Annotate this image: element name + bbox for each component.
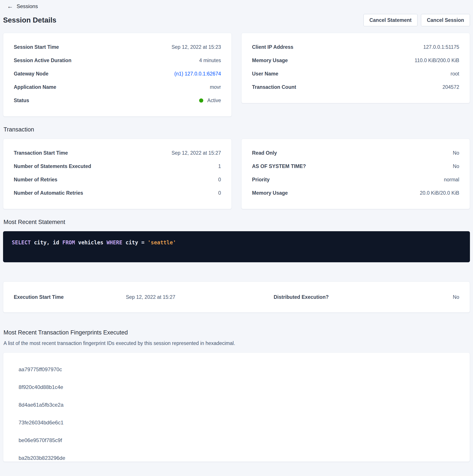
- row-transaction-start-time: Transaction Start TimeSep 12, 2022 at 15…: [14, 146, 221, 160]
- row-value: 4 minutes: [199, 58, 221, 63]
- fingerprint-item: 73fe26034bd6e6c1: [18, 414, 459, 431]
- row-gateway-node: Gateway Node(n1) 127.0.0.1:62674: [14, 67, 221, 81]
- execution-start-time-value: Sep 12, 2022 at 15:27: [64, 294, 236, 300]
- row-value: 110.0 KiB/200.0 KiB: [415, 58, 459, 63]
- row-priority: Prioritynormal: [252, 173, 459, 186]
- sql-statement-box: SELECT city, id FROM vehicles WHERE city…: [3, 231, 470, 262]
- row-label: Client IP Address: [252, 44, 293, 50]
- row-label: Number of Retries: [14, 177, 57, 183]
- cancel-statement-button[interactable]: Cancel Statement: [363, 14, 418, 26]
- row-value: Sep 12, 2022 at 15:23: [172, 44, 221, 50]
- row-value: 1: [218, 163, 221, 169]
- row-label: Status: [14, 98, 29, 103]
- fingerprint-item: 8d4ae61a5fb3ce2a: [18, 396, 459, 414]
- fingerprint-item: ba2b203b823296de: [18, 449, 459, 467]
- distributed-execution-item: Distributed Execution? No: [236, 294, 459, 300]
- row-label: Priority: [252, 177, 270, 183]
- row-value: Sep 12, 2022 at 15:27: [172, 150, 221, 156]
- breadcrumb: ← Sessions: [3, 2, 470, 11]
- session-client-card: Client IP Address127.0.0.1:51175Memory U…: [241, 33, 470, 103]
- row-label: Gateway Node: [14, 71, 49, 77]
- row-label: Memory Usage: [252, 190, 288, 196]
- sql-token-keyword: SELECT: [12, 239, 31, 246]
- distributed-execution-value: No: [329, 294, 459, 300]
- row-client-ip-address: Client IP Address127.0.0.1:51175: [252, 40, 459, 54]
- sql-token-plain: city =: [122, 239, 148, 246]
- session-details-card: Session Start TimeSep 12, 2022 at 15:23S…: [3, 33, 232, 117]
- row-label: Transaction Start Time: [14, 150, 68, 156]
- row-label: Read Only: [252, 150, 277, 156]
- execution-card: Execution Start Time Sep 12, 2022 at 15:…: [3, 282, 470, 313]
- statement-section-heading: Most Recent Statement: [3, 219, 470, 225]
- transaction-section-heading: Transaction: [3, 126, 470, 133]
- row-value: 127.0.0.1:51175: [423, 44, 459, 50]
- row-label: Application Name: [14, 84, 56, 90]
- row-value: (n1) 127.0.0.1:62674: [174, 71, 221, 77]
- fingerprint-item: be06e9570f785c9f: [18, 431, 459, 449]
- row-value: 0: [218, 177, 221, 183]
- row-label: Number of Automatic Retries: [14, 190, 83, 196]
- fingerprints-card: aa79775ff097970c8f920c40d88b1c4e8d4ae61a…: [3, 352, 470, 462]
- row-value: No: [453, 150, 459, 156]
- row-value: normal: [444, 177, 459, 183]
- row-value: 20.0 KiB/20.0 KiB: [420, 190, 459, 196]
- row-value: root: [451, 71, 459, 77]
- transaction-grid: Transaction Start TimeSep 12, 2022 at 15…: [3, 139, 470, 209]
- execution-start-time-label: Execution Start Time: [14, 294, 64, 300]
- row-session-active-duration: Session Active Duration4 minutes: [14, 54, 221, 67]
- row-application-name: Application Namemovr: [14, 81, 221, 94]
- row-session-start-time: Session Start TimeSep 12, 2022 at 15:23: [14, 40, 221, 54]
- row-label: AS OF SYSTEM TIME?: [252, 163, 306, 169]
- distributed-execution-label: Distributed Execution?: [274, 294, 329, 300]
- row-label: Transaction Count: [252, 84, 296, 90]
- page-actions: Cancel Statement Cancel Session: [363, 14, 470, 26]
- row-status: StatusActive: [14, 94, 221, 107]
- transaction-props-card: Read OnlyNoAS OF SYSTEM TIME?NoPriorityn…: [241, 139, 470, 209]
- row-value: movr: [210, 84, 221, 90]
- page-title: Session Details: [3, 16, 56, 24]
- gateway-node-link[interactable]: (n1) 127.0.0.1:62674: [174, 71, 221, 77]
- row-memory-usage: Memory Usage20.0 KiB/20.0 KiB: [252, 186, 459, 200]
- execution-start-time-item: Execution Start Time Sep 12, 2022 at 15:…: [14, 294, 236, 300]
- row-number-of-automatic-retries: Number of Automatic Retries0: [14, 186, 221, 200]
- sql-token-string: 'seattle': [147, 239, 176, 246]
- fingerprint-item: aa79775ff097970c: [18, 360, 459, 378]
- row-read-only: Read OnlyNo: [252, 146, 459, 160]
- row-value: Active: [199, 98, 221, 103]
- row-memory-usage: Memory Usage110.0 KiB/200.0 KiB: [252, 54, 459, 67]
- row-transaction-count: Transaction Count204572: [252, 81, 459, 94]
- back-arrow-icon[interactable]: ←: [7, 3, 13, 9]
- row-user-name: User Nameroot: [252, 67, 459, 81]
- row-label: Number of Statements Executed: [14, 163, 91, 169]
- row-value: 0: [218, 190, 221, 196]
- sql-token-plain: vehicles: [75, 239, 107, 246]
- fingerprints-description: A list of the most recent transaction fi…: [3, 340, 470, 346]
- row-as-of-system-time: AS OF SYSTEM TIME?No: [252, 160, 459, 173]
- title-row: Session Details Cancel Statement Cancel …: [3, 14, 470, 26]
- transaction-details-card: Transaction Start TimeSep 12, 2022 at 15…: [3, 139, 232, 209]
- status-active-dot-icon: [199, 99, 203, 102]
- sql-token-keyword: WHERE: [107, 239, 122, 246]
- back-to-sessions-link[interactable]: Sessions: [16, 3, 38, 9]
- fingerprints-section-heading: Most Recent Transaction Fingerprints Exe…: [3, 329, 470, 336]
- session-overview-grid: Session Start TimeSep 12, 2022 at 15:23S…: [3, 33, 470, 117]
- row-label: Memory Usage: [252, 58, 288, 63]
- fingerprint-item: 8f920c40d88b1c4e: [18, 378, 459, 396]
- row-label: Session Active Duration: [14, 58, 71, 63]
- row-label: User Name: [252, 71, 278, 77]
- row-value: 204572: [442, 84, 459, 90]
- cancel-session-button[interactable]: Cancel Session: [421, 14, 470, 26]
- row-label: Session Start Time: [14, 44, 59, 50]
- sql-token-plain: city, id: [31, 239, 63, 246]
- sql-token-keyword: FROM: [62, 239, 75, 246]
- row-value: No: [453, 163, 459, 169]
- row-number-of-retries: Number of Retries0: [14, 173, 221, 186]
- row-number-of-statements-executed: Number of Statements Executed1: [14, 160, 221, 173]
